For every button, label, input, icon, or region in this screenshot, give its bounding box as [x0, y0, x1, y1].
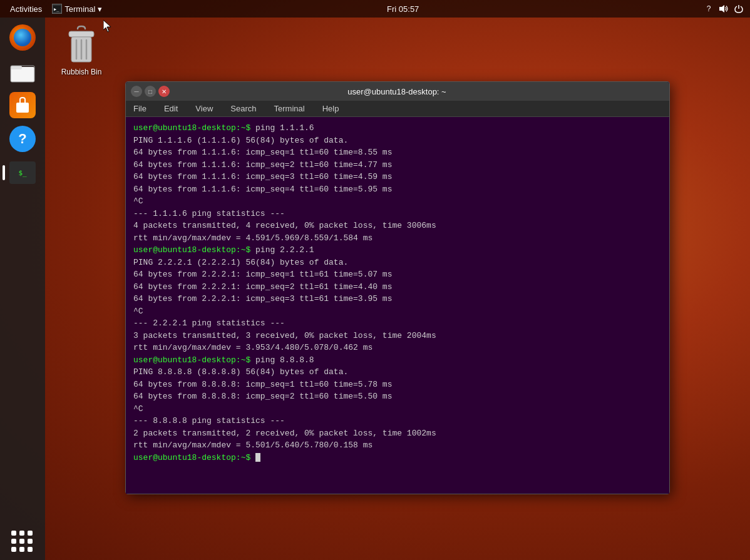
menu-edit[interactable]: Edit [160, 103, 182, 115]
svg-rect-7 [69, 31, 94, 37]
power-icon[interactable] [734, 4, 744, 14]
sidebar-item-files[interactable] [8, 56, 38, 86]
window-controls: ─ □ ✕ [131, 86, 170, 97]
help-icon: ? [9, 126, 36, 152]
terminal-dock-icon: $_ [9, 161, 36, 184]
topbar-right: ? [704, 4, 744, 14]
menu-help[interactable]: Help [319, 103, 343, 115]
menu-search[interactable]: Search [227, 103, 260, 115]
svg-rect-6 [16, 103, 29, 113]
terminal-menu-icon: ▶_ [52, 4, 62, 14]
desktop-icons-area: Rubbish Bin [56, 25, 106, 76]
sidebar-item-terminal[interactable]: $_ [8, 158, 38, 188]
software-icon [9, 92, 36, 118]
svg-rect-4 [11, 66, 22, 69]
sidebar-item-firefox[interactable] [8, 23, 38, 53]
terminal-menu-arrow: ▾ [98, 4, 102, 14]
topbar-clock[interactable]: Fri 05:57 [387, 4, 419, 14]
volume-icon[interactable] [719, 4, 729, 14]
terminal-menubar: File Edit View Search Terminal Help [126, 101, 669, 117]
terminal-titlebar: ─ □ ✕ user@ubuntu18-desktop: ~ [126, 82, 669, 101]
sidebar-item-help[interactable]: ? [8, 124, 38, 154]
sidebar: ? $_ [0, 18, 45, 560]
minimize-button[interactable]: ─ [131, 86, 142, 97]
rubbish-bin-desktop-icon[interactable]: Rubbish Bin [56, 25, 106, 76]
menu-view[interactable]: View [192, 103, 217, 115]
terminal-title: user@ubuntu18-desktop: ~ [170, 87, 624, 96]
svg-marker-2 [719, 5, 724, 13]
topbar: Activities ▶_ Terminal ▾ Fri 05:57 ? [0, 0, 750, 18]
sidebar-item-software[interactable] [8, 90, 38, 120]
svg-text:▶_: ▶_ [54, 7, 59, 12]
apps-grid-icon [11, 531, 34, 553]
topbar-left: Activities ▶_ Terminal ▾ [6, 4, 102, 14]
close-button[interactable]: ✕ [158, 86, 170, 97]
terminal-menu-label: Terminal [64, 4, 95, 14]
terminal-content-area[interactable]: user@ubuntu18-desktop:~$ ping 1.1.1.6PIN… [126, 117, 669, 494]
menu-terminal[interactable]: Terminal [270, 103, 309, 115]
files-icon [9, 59, 36, 83]
question-icon[interactable]: ? [704, 4, 714, 14]
desktop: Activities ▶_ Terminal ▾ Fri 05:57 ? [0, 0, 750, 560]
maximize-button[interactable]: □ [145, 86, 156, 97]
terminal-menu[interactable]: ▶_ Terminal ▾ [52, 4, 102, 14]
activities-button[interactable]: Activities [6, 4, 46, 14]
rubbish-bin-graphic [64, 25, 99, 65]
firefox-icon [9, 24, 36, 51]
sidebar-item-apps-grid[interactable] [8, 530, 38, 560]
menu-file[interactable]: File [130, 103, 150, 115]
rubbish-bin-label: Rubbish Bin [61, 68, 102, 76]
terminal-window[interactable]: ─ □ ✕ user@ubuntu18-desktop: ~ File Edit… [125, 81, 670, 494]
